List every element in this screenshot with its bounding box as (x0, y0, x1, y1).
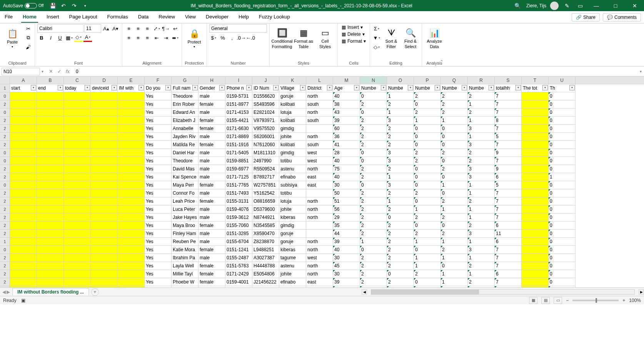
cell[interactable]: 5 (495, 181, 522, 189)
cell[interactable]: 2 (468, 222, 495, 230)
cell[interactable]: south (306, 141, 333, 149)
cell[interactable]: 51 (333, 197, 360, 205)
decrease-decimal-icon[interactable]: ←.0 (246, 33, 255, 42)
cell[interactable] (37, 189, 64, 197)
filter-icon[interactable]: ▾ (408, 85, 413, 90)
cell[interactable]: 41 (333, 141, 360, 149)
cell[interactable]: 0155-3131 (225, 197, 252, 205)
cell[interactable]: north (306, 270, 333, 278)
cell[interactable] (118, 117, 145, 125)
cell[interactable] (64, 189, 91, 197)
cell[interactable]: kiberas (279, 214, 306, 222)
cell[interactable]: 2497990 (252, 157, 279, 165)
cell[interactable]: 2 (387, 133, 414, 141)
cell[interactable]: kolibati (279, 100, 306, 108)
cell[interactable]: 1 (441, 117, 468, 125)
comma-icon[interactable]: , (228, 33, 236, 42)
cell[interactable]: 0155-5675 (225, 286, 252, 287)
header-cell[interactable]: Numbe▾ (468, 84, 495, 92)
cell[interactable] (91, 286, 118, 287)
column-header[interactable]: Q (441, 77, 468, 84)
cell[interactable] (64, 125, 91, 133)
cell[interactable]: Archie Cha (172, 286, 199, 287)
cell[interactable]: 7 (495, 197, 522, 205)
cell[interactable]: 1 (360, 238, 387, 246)
cell[interactable]: 60 (333, 125, 360, 133)
hscroll-left-icon[interactable]: ◀ (362, 289, 367, 295)
cell[interactable]: X8590470 (252, 230, 279, 238)
cell[interactable] (10, 149, 37, 157)
cell[interactable] (118, 222, 145, 230)
cell[interactable]: 3 (387, 286, 414, 287)
cell[interactable] (37, 214, 64, 222)
cell[interactable]: Luca Peter (172, 205, 199, 214)
column-header[interactable]: G (172, 77, 199, 84)
cell[interactable]: 3 (387, 149, 414, 157)
cell[interactable]: 1 (468, 181, 495, 189)
row-header[interactable]: 2 (0, 125, 10, 133)
cell[interactable] (118, 100, 145, 108)
cell[interactable]: Jake Hayes (172, 214, 199, 222)
cell[interactable] (37, 262, 64, 270)
header-cell[interactable]: Phone n▾ (225, 84, 252, 92)
zoom-level[interactable]: 100% (629, 298, 641, 303)
cell[interactable]: male (199, 133, 225, 141)
cell[interactable]: 2 (468, 197, 495, 205)
cell[interactable]: A3027387 (252, 254, 279, 262)
cell[interactable] (64, 230, 91, 238)
cell[interactable]: 0151-1241 (225, 246, 252, 254)
cell[interactable] (10, 133, 37, 141)
cell[interactable]: 6 (495, 238, 522, 246)
decrease-indent-icon[interactable]: ⇤ (152, 33, 161, 42)
cell[interactable]: Maya Perr (172, 181, 199, 189)
cell[interactable]: 0171-8869 (225, 133, 252, 141)
cell[interactable] (522, 230, 549, 238)
header-cell[interactable]: end▾ (37, 84, 64, 92)
cell[interactable]: 1 (468, 238, 495, 246)
cell[interactable]: 0 (549, 117, 576, 125)
cell[interactable] (64, 133, 91, 141)
cell[interactable] (118, 173, 145, 181)
cell[interactable] (10, 108, 37, 117)
row-header[interactable]: 2 (0, 165, 10, 173)
cell[interactable]: 2 (387, 125, 414, 133)
filter-icon[interactable]: ▾ (165, 85, 171, 90)
conditional-formatting-button[interactable]: 🔲 Conditional Formatting (272, 24, 292, 53)
cell[interactable]: 0159-5731 (225, 92, 252, 100)
cell[interactable] (118, 278, 145, 286)
cell[interactable]: north (306, 262, 333, 270)
cell[interactable] (10, 246, 37, 254)
sum-icon[interactable]: Σ (372, 24, 381, 33)
cell[interactable]: 0171-7125 (225, 173, 252, 181)
cell[interactable]: Yes (145, 125, 172, 133)
cell[interactable]: 0 (549, 246, 576, 254)
cell[interactable]: female (199, 141, 225, 149)
cell[interactable] (118, 197, 145, 205)
cell[interactable]: Finley Ham (172, 230, 199, 238)
border-icon[interactable]: ▦ (65, 33, 73, 42)
cell[interactable] (64, 222, 91, 230)
cell[interactable]: 3 (468, 173, 495, 181)
cell[interactable] (118, 108, 145, 117)
cell[interactable]: Kai Spence (172, 173, 199, 181)
cell[interactable]: male (199, 149, 225, 157)
cell[interactable]: 0 (549, 205, 576, 214)
zoom-in-icon[interactable]: + (622, 298, 625, 303)
cell[interactable]: 2 (360, 262, 387, 270)
cell[interactable]: 6 (495, 270, 522, 278)
search-icon[interactable]: 🔍 (513, 1, 522, 10)
fill-color-icon[interactable]: ◇ (74, 33, 83, 42)
cell[interactable]: 0171-5405 (225, 149, 252, 157)
zoom-slider[interactable] (572, 300, 619, 301)
row-header[interactable]: 0 (0, 149, 10, 157)
cell[interactable] (306, 230, 333, 238)
cell[interactable]: female (199, 125, 225, 133)
cell[interactable] (37, 230, 64, 238)
row-header[interactable]: 1 (0, 238, 10, 246)
cell[interactable] (64, 141, 91, 149)
cell[interactable] (522, 100, 549, 108)
cell[interactable]: goruje (279, 92, 306, 100)
cell[interactable] (522, 117, 549, 125)
font-color-icon[interactable]: A (83, 33, 92, 42)
cell[interactable] (64, 270, 91, 278)
